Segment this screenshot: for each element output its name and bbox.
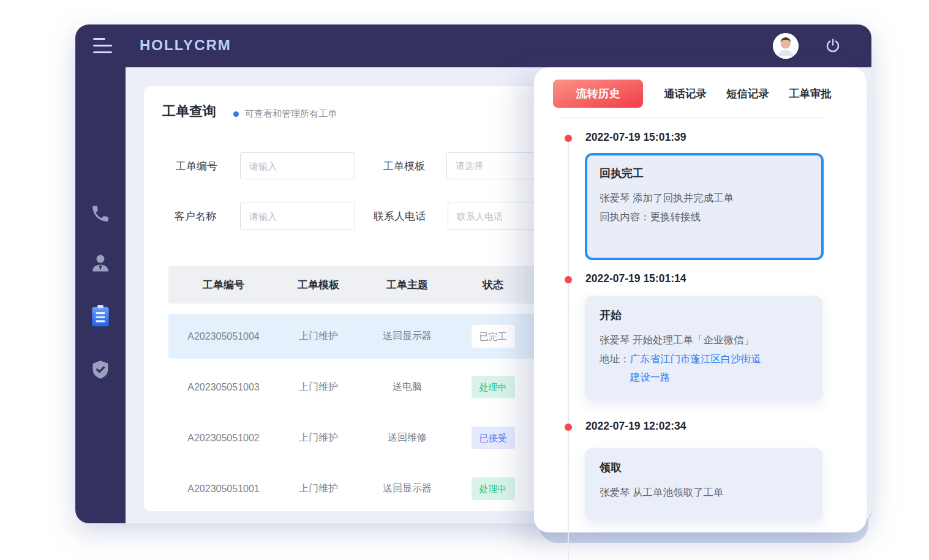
timeline-card-title: 领取 <box>600 460 808 475</box>
cell-workorder-id: A202305051004 <box>168 331 279 342</box>
cell-workorder-id: A202305051003 <box>168 382 279 393</box>
tab-workorder-approval[interactable]: 工单审批 <box>789 86 832 101</box>
top-bar: HOLLYCRM <box>75 24 871 67</box>
timeline-line <box>568 142 569 560</box>
shield-check-icon <box>89 359 111 381</box>
phone-icon <box>90 203 111 224</box>
filter-label: 联系人电话 <box>374 209 448 223</box>
timeline-dot <box>565 276 572 283</box>
timeline-card-claimed: 领取 张爱琴 从工单池领取了工单 <box>585 448 822 520</box>
contact-icon <box>89 252 111 274</box>
timeline-card-text: 张爱琴 从工单池领取了工单 <box>600 483 808 502</box>
cell-subject: 送回维修 <box>358 431 456 444</box>
customer-name-input[interactable] <box>240 203 355 230</box>
timeline-card-text: 张爱琴 添加了回执并完成工单 <box>600 189 809 207</box>
cell-template: 上门维护 <box>279 431 358 444</box>
workorder-clipboard-icon <box>90 304 111 327</box>
cell-workorder-id: A202305051001 <box>168 483 279 495</box>
address-line: 广东省江门市蓬江区白沙街道 <box>630 353 762 364</box>
timeline-dot <box>565 424 572 431</box>
timeline-address-row: 地址： 广东省江门市蓬江区白沙街道 建设一路 <box>600 349 808 386</box>
sidebar-item-quality[interactable] <box>75 356 126 383</box>
timeline-timestamp: 2022-07-19 15:01:14 <box>585 272 686 285</box>
workorder-id-input[interactable] <box>240 152 355 179</box>
timeline-card-title: 开始 <box>600 308 808 323</box>
timeline-timestamp: 2022-07-19 15:01:39 <box>585 131 686 144</box>
status-badge: 已接受 <box>472 427 515 449</box>
table-header: 工单编号 <box>168 278 279 292</box>
sidebar-item-calls[interactable] <box>75 200 126 227</box>
filter-workorder-id: 工单编号 <box>176 152 355 180</box>
panel-tabs: 流转历史 通话记录 短信记录 工单审批 <box>553 80 841 108</box>
address-label: 地址： <box>600 349 630 368</box>
timeline-card-completed: 回执完工 张爱琴 添加了回执并完成工单 回执内容：更换转接线 <box>585 153 824 260</box>
timeline-card-title: 回执完工 <box>600 166 809 181</box>
page-subtitle: 可查看和管理所有工单 <box>245 108 337 120</box>
cell-subject: 送回显示器 <box>358 482 456 495</box>
page-title: 工单查询 <box>162 102 216 121</box>
filter-label: 工单模板 <box>383 159 446 173</box>
avatar-image <box>773 33 799 59</box>
timeline-card-text: 回执内容：更换转接线 <box>600 207 809 226</box>
timeline-card-start: 开始 张爱琴 开始处理工单「企业微信」 地址： 广东省江门市蓬江区白沙街道 建设… <box>585 296 822 401</box>
tab-circulation-history[interactable]: 流转历史 <box>553 80 643 108</box>
filter-label: 客户名称 <box>175 209 240 223</box>
address-link[interactable]: 广东省江门市蓬江区白沙街道 建设一路 <box>630 349 762 386</box>
subtitle-dot-icon <box>233 111 239 117</box>
power-icon[interactable] <box>825 38 841 54</box>
tab-call-records[interactable]: 通话记录 <box>664 86 707 101</box>
screenshot-root: { "app": { "brand": "HOLLYCRM" }, "topba… <box>0 0 929 560</box>
user-avatar[interactable] <box>773 33 799 59</box>
status-badge: 处理中 <box>472 376 515 398</box>
sidebar-item-workorders[interactable] <box>75 302 126 329</box>
address-line: 建设一路 <box>630 371 671 383</box>
filter-label: 工单编号 <box>176 159 240 173</box>
table-header: 状态 <box>456 278 530 292</box>
table-header: 工单模板 <box>279 278 358 292</box>
filter-customer-name: 客户名称 <box>175 202 355 230</box>
app-logo: HOLLYCRM <box>140 37 231 54</box>
status-badge: 处理中 <box>472 477 515 500</box>
page-subtitle-row: 可查看和管理所有工单 <box>233 108 337 120</box>
sidebar-item-contacts[interactable] <box>75 250 126 277</box>
left-sidebar <box>75 67 126 523</box>
workorder-detail-panel: 流转历史 通话记录 短信记录 工单审批 2022-07-19 15:01:39 … <box>534 67 867 532</box>
cell-workorder-id: A202305051002 <box>168 433 279 444</box>
cell-template: 上门维护 <box>279 381 358 394</box>
cell-template: 上门维护 <box>279 482 358 495</box>
cell-subject: 送回显示器 <box>358 330 456 343</box>
menu-icon[interactable] <box>93 38 112 54</box>
timeline-card-text: 张爱琴 开始处理工单「企业微信」 <box>600 330 808 349</box>
cell-template: 上门维护 <box>279 330 358 343</box>
status-badge: 已完工 <box>472 325 515 348</box>
tabs-divider <box>557 117 826 118</box>
timeline-dot <box>565 135 572 142</box>
cell-subject: 送电脑 <box>358 381 456 394</box>
tab-sms-records[interactable]: 短信记录 <box>726 86 769 101</box>
timeline-timestamp: 2022-07-19 12:02:34 <box>585 420 686 433</box>
table-header: 工单主题 <box>358 278 456 292</box>
